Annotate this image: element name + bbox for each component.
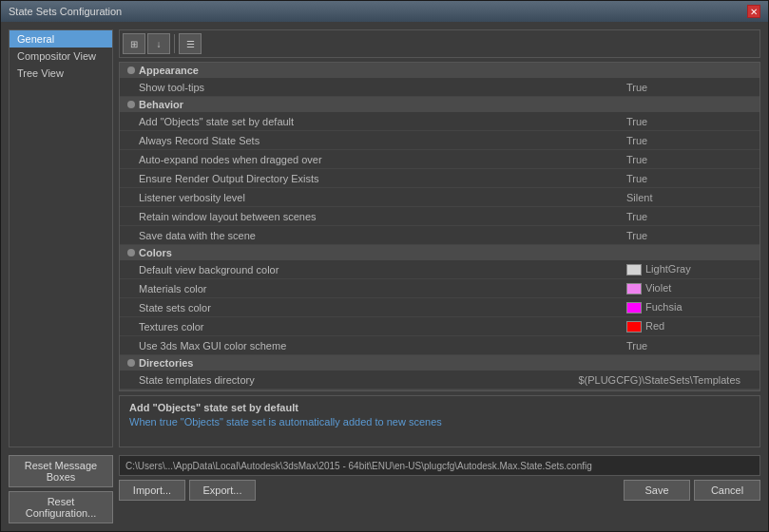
config-row-value: True — [626, 82, 740, 93]
config-row[interactable]: Ensure Render Output Directory ExistsTru… — [120, 169, 759, 188]
save-button[interactable]: Save — [624, 480, 690, 501]
section-label: Colors — [139, 247, 172, 258]
config-row-label: Retain window layout between scenes — [139, 211, 626, 222]
config-row-value: True — [626, 211, 740, 222]
color-swatch — [626, 283, 642, 294]
config-panel[interactable]: AppearanceShow tool-tipsTrueBehaviorAdd … — [119, 62, 760, 391]
right-bottom: C:\Users\...\AppData\Local\Autodesk\3dsM… — [119, 455, 760, 523]
toolbar-separator — [174, 34, 175, 53]
config-row-label: Save data with the scene — [139, 230, 626, 241]
config-row[interactable]: Save data with the sceneTrue — [120, 226, 759, 245]
toolbar: ⊞ ↓ ☰ — [119, 29, 760, 58]
config-row-label: Use 3ds Max GUI color scheme — [139, 340, 626, 352]
sidebar-item-compositor-view[interactable]: Compositor View — [10, 48, 112, 65]
config-row-label: Textures color — [139, 321, 626, 332]
config-row[interactable]: Listener verbosity levelSilent — [120, 188, 759, 207]
main-content: GeneralCompositor ViewTree View ⊞ ↓ ☰ Ap… — [1, 22, 768, 455]
sidebar: GeneralCompositor ViewTree View — [9, 29, 113, 447]
config-row-value: Silent — [626, 192, 740, 203]
config-row-label: Always Record State Sets — [139, 135, 626, 146]
config-row-value: True — [626, 116, 740, 127]
menu-button[interactable]: ☰ — [179, 33, 202, 54]
bottom-bar: Reset Message Boxes Reset Configuration.… — [1, 455, 768, 531]
reset-messages-button[interactable]: Reset Message Boxes — [9, 455, 113, 487]
config-row[interactable]: State templates directory$(PLUGCFG)\Stat… — [120, 370, 759, 390]
window-title: State Sets Configuration — [9, 6, 122, 17]
config-row-label: Add "Objects" state set by default — [139, 116, 626, 127]
config-row-value: True — [626, 135, 740, 146]
main-window: State Sets Configuration ✕ GeneralCompos… — [0, 0, 769, 532]
section-header-directories: Directories — [120, 355, 759, 370]
section-dot — [127, 249, 135, 256]
config-row-label: State sets color — [139, 302, 626, 314]
color-swatch — [626, 321, 642, 332]
section-header-appearance: Appearance — [120, 63, 759, 78]
info-panel: Add "Objects" state set by default When … — [119, 395, 760, 447]
config-row-label: Auto-expand nodes when dragged over — [139, 154, 626, 165]
config-row-label: Show tool-tips — [139, 82, 626, 93]
section-dot — [127, 101, 135, 108]
config-row[interactable]: Add "Objects" state set by defaultTrue — [120, 112, 759, 131]
info-description: When true "Objects" state set is automat… — [129, 416, 750, 428]
config-row-label: Default view background color — [139, 264, 626, 276]
expand-all-button[interactable]: ⊞ — [123, 33, 145, 54]
config-row-value: True — [626, 230, 740, 241]
color-swatch — [626, 264, 642, 276]
export-button[interactable]: Export... — [189, 480, 256, 501]
config-row-label: Ensure Render Output Directory Exists — [139, 173, 626, 184]
config-row[interactable]: Always Record State SetsTrue — [120, 131, 759, 150]
info-title: Add "Objects" state set by default — [129, 402, 750, 413]
config-row-value: Violet — [626, 282, 740, 294]
section-label: Appearance — [139, 65, 199, 76]
section-dot — [127, 66, 135, 74]
config-row[interactable]: State sets colorFuchsia — [120, 298, 759, 317]
button-spacer — [260, 480, 620, 501]
cancel-button[interactable]: Cancel — [694, 480, 760, 501]
section-header-object-preview: Object Preview — [120, 390, 759, 391]
config-row-value: $(PLUGCFG)\StateSets\Templates — [578, 374, 740, 386]
import-button[interactable]: Import... — [119, 480, 185, 501]
sidebar-item-general[interactable]: General — [10, 30, 112, 48]
config-row-value: True — [626, 340, 740, 352]
left-bottom-buttons: Reset Message Boxes Reset Configuration.… — [9, 455, 113, 523]
titlebar: State Sets Configuration ✕ — [1, 1, 768, 22]
sort-button[interactable]: ↓ — [147, 33, 170, 54]
config-row-label: State templates directory — [139, 374, 578, 386]
config-row-value: Fuchsia — [626, 301, 740, 314]
config-row-label: Listener verbosity level — [139, 192, 626, 203]
config-row[interactable]: Retain window layout between scenesTrue — [120, 207, 759, 226]
config-row-value: LightGray — [626, 263, 740, 276]
color-swatch — [626, 302, 642, 314]
config-row-value: True — [626, 154, 740, 165]
config-row-label: Materials color — [139, 283, 626, 294]
config-row-value: True — [626, 173, 740, 184]
section-dot — [127, 359, 135, 367]
config-row[interactable]: Auto-expand nodes when dragged overTrue — [120, 150, 759, 169]
action-buttons: Import... Export... Save Cancel — [119, 480, 760, 501]
config-row[interactable]: Use 3ds Max GUI color schemeTrue — [120, 336, 759, 355]
section-label: Behavior — [139, 99, 183, 110]
section-label: Directories — [139, 357, 193, 369]
config-row-value: Red — [626, 320, 740, 332]
close-button[interactable]: ✕ — [747, 5, 760, 18]
config-row[interactable]: Show tool-tipsTrue — [120, 78, 759, 97]
right-panel: ⊞ ↓ ☰ AppearanceShow tool-tipsTrueBehavi… — [119, 29, 760, 447]
config-row[interactable]: Materials colorViolet — [120, 279, 759, 298]
config-path: C:\Users\...\AppData\Local\Autodesk\3dsM… — [119, 455, 760, 476]
reset-config-button[interactable]: Reset Configuration... — [9, 491, 113, 523]
config-row[interactable]: Default view background colorLightGray — [120, 260, 759, 279]
config-row[interactable]: Textures colorRed — [120, 317, 759, 336]
section-header-behavior: Behavior — [120, 97, 759, 112]
sidebar-item-tree-view[interactable]: Tree View — [10, 65, 112, 82]
section-header-colors: Colors — [120, 245, 759, 260]
